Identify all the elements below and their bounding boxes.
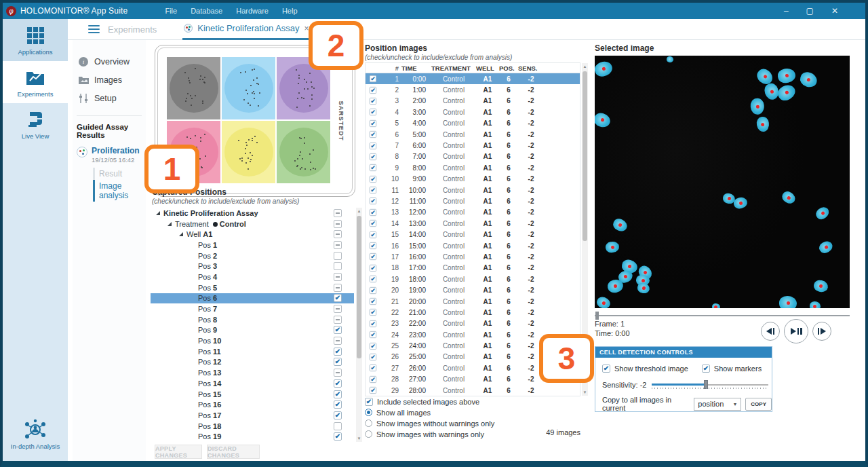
- include-image-checkbox[interactable]: [370, 331, 376, 338]
- nav-item-image-analysis[interactable]: Image analysis: [93, 180, 146, 202]
- table-row-22[interactable]: 2221:00ControlA16-2: [366, 307, 580, 318]
- sidebar-item-experiments[interactable]: Experiments: [3, 61, 68, 103]
- include-image-checkbox[interactable]: [370, 376, 376, 383]
- include-image-checkbox[interactable]: [370, 287, 376, 294]
- include-image-checkbox[interactable]: [370, 387, 376, 394]
- tree-node-pos-17[interactable]: Pos 17: [151, 410, 354, 421]
- tree-node-pos-12[interactable]: Pos 12: [151, 357, 354, 368]
- include-position-checkbox[interactable]: [334, 241, 342, 249]
- table-row-13[interactable]: 1312:00ControlA16-2: [366, 207, 580, 218]
- include-image-checkbox[interactable]: [370, 209, 376, 216]
- include-position-checkbox[interactable]: [334, 379, 342, 388]
- include-position-checkbox[interactable]: [334, 294, 342, 302]
- sensitivity-slider[interactable]: [652, 380, 768, 390]
- tree-node-pos-15[interactable]: Pos 15: [151, 389, 354, 400]
- tree-node-pos-8[interactable]: Pos 8: [151, 314, 354, 325]
- tab-kinetic-proliferation-assay[interactable]: Kinetic Proliferation Assay ×: [182, 19, 315, 40]
- include-position-checkbox[interactable]: [334, 252, 342, 260]
- expand-triangle-icon[interactable]: [179, 232, 183, 236]
- result-entry-proliferation[interactable]: Proliferation 19/12/05 16:42: [73, 146, 146, 164]
- include-position-checkbox[interactable]: [334, 284, 342, 292]
- tree-node-kinetic-proliferation-assay[interactable]: Kinetic Proliferation Assay: [151, 208, 354, 219]
- tree-scrollbar[interactable]: ▲ ▼: [356, 208, 362, 442]
- include-position-checkbox[interactable]: [334, 422, 342, 430]
- table-row-1[interactable]: 10:00ControlA16-2: [366, 73, 580, 84]
- tree-node-pos-7[interactable]: Pos 7: [151, 303, 354, 314]
- tree-node-pos-2[interactable]: Pos 2: [151, 250, 354, 261]
- include-selected-checkbox[interactable]: [365, 398, 373, 406]
- include-image-checkbox[interactable]: [370, 187, 376, 193]
- scrollbar-thumb[interactable]: [357, 216, 361, 358]
- discard-changes-button[interactable]: DISCARD CHANGES: [207, 445, 260, 459]
- tree-node-pos-3[interactable]: Pos 3: [151, 261, 354, 272]
- include-image-checkbox[interactable]: [370, 131, 376, 138]
- table-row-18[interactable]: 1817:00ControlA16-2: [366, 263, 580, 274]
- tree-node-pos-5[interactable]: Pos 5: [151, 282, 354, 293]
- table-row-6[interactable]: 65:00ControlA16-2: [366, 129, 580, 140]
- sidebar-item-in-depth-analysis[interactable]: In-depth Analysis: [3, 413, 68, 455]
- include-position-checkbox[interactable]: [334, 316, 342, 324]
- include-image-checkbox[interactable]: [370, 75, 376, 82]
- sidebar-item-live-view[interactable]: Live View: [3, 103, 68, 145]
- tree-node-treatment-control[interactable]: Treatment Control: [151, 219, 354, 229]
- menu-help[interactable]: Help: [282, 7, 298, 15]
- copy-button[interactable]: COPY: [745, 398, 772, 411]
- include-image-checkbox[interactable]: [370, 242, 376, 249]
- show-threshold-checkbox[interactable]: [602, 365, 610, 373]
- include-image-checkbox[interactable]: [370, 120, 376, 127]
- table-row-23[interactable]: 2322:00ControlA16-2: [366, 318, 580, 329]
- tree-node-pos-4[interactable]: Pos 4: [151, 272, 354, 282]
- table-row-7[interactable]: 76:00ControlA16-2: [366, 140, 580, 151]
- table-row-20[interactable]: 2019:00ControlA16-2: [366, 284, 580, 295]
- include-image-checkbox[interactable]: [370, 164, 376, 171]
- include-position-checkbox[interactable]: [334, 400, 342, 409]
- include-image-checkbox[interactable]: [370, 198, 376, 204]
- radio-button[interactable]: [365, 409, 372, 416]
- include-image-checkbox[interactable]: [370, 109, 376, 115]
- nav-item-result[interactable]: Result: [93, 168, 146, 180]
- scroll-down-icon[interactable]: ▼: [582, 389, 588, 396]
- table-row-4[interactable]: 43:00ControlA16-2: [366, 107, 580, 117]
- include-position-checkbox[interactable]: [334, 358, 342, 366]
- table-row-11[interactable]: 1110:00ControlA16-2: [366, 185, 580, 195]
- include-image-checkbox[interactable]: [370, 253, 376, 260]
- include-position-checkbox[interactable]: [334, 209, 342, 217]
- radio-row-show-all-images[interactable]: Show all images: [365, 407, 587, 417]
- table-row-3[interactable]: 32:00ControlA16-2: [366, 96, 580, 107]
- scroll-up-icon[interactable]: ▲: [582, 63, 588, 70]
- include-selected-row[interactable]: Include selected images above: [365, 396, 587, 407]
- include-image-checkbox[interactable]: [370, 276, 376, 282]
- include-position-checkbox[interactable]: [334, 369, 342, 377]
- include-image-checkbox[interactable]: [370, 220, 376, 227]
- radio-button[interactable]: [365, 419, 372, 427]
- include-position-checkbox[interactable]: [334, 432, 342, 441]
- include-position-checkbox[interactable]: [334, 337, 342, 345]
- sidebar-item-applications[interactable]: Applications: [3, 19, 68, 61]
- expand-triangle-icon[interactable]: [167, 222, 172, 226]
- include-image-checkbox[interactable]: [370, 86, 376, 93]
- previous-frame-button[interactable]: [761, 322, 780, 341]
- slider-thumb[interactable]: [595, 312, 599, 320]
- experiments-breadcrumb[interactable]: Experiments: [108, 24, 157, 35]
- table-row-17[interactable]: 1716:00ControlA16-2: [366, 251, 580, 262]
- include-position-checkbox[interactable]: [334, 390, 342, 398]
- tree-node-pos-6[interactable]: Pos 6: [151, 293, 354, 304]
- include-image-checkbox[interactable]: [370, 176, 376, 183]
- include-image-checkbox[interactable]: [370, 298, 376, 305]
- include-image-checkbox[interactable]: [370, 365, 376, 371]
- nav-item-overview[interactable]: i Overview: [73, 52, 146, 71]
- well-B3[interactable]: [277, 121, 330, 183]
- include-position-checkbox[interactable]: [334, 230, 342, 238]
- table-row-10[interactable]: 109:00ControlA16-2: [366, 174, 580, 185]
- tree-node-pos-9[interactable]: Pos 9: [151, 325, 354, 336]
- menu-file[interactable]: File: [165, 7, 177, 15]
- include-position-checkbox[interactable]: [334, 220, 342, 228]
- table-row-14[interactable]: 1413:00ControlA16-2: [366, 218, 580, 229]
- scroll-up-icon[interactable]: ▲: [356, 208, 362, 214]
- tree-node-pos-1[interactable]: Pos 1: [151, 240, 354, 250]
- table-row-19[interactable]: 1918:00ControlA16-2: [366, 274, 580, 284]
- expand-triangle-icon[interactable]: [156, 211, 160, 215]
- close-button[interactable]: ✕: [831, 6, 838, 16]
- tree-node-well-a1[interactable]: Well A1: [151, 229, 354, 240]
- include-image-checkbox[interactable]: [370, 309, 376, 316]
